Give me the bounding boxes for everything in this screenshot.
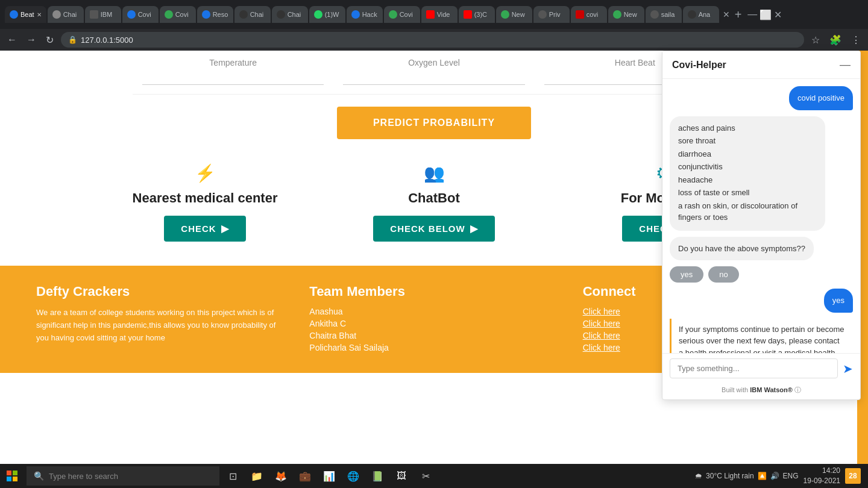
arrow-icon: ▶ — [470, 223, 478, 234]
footer-about: Defty Crackers We are a team of college … — [36, 284, 285, 355]
search-icon: 🔍 — [34, 471, 44, 481]
tab-label: Covi — [175, 11, 191, 18]
no-button[interactable]: no — [708, 266, 738, 283]
url-bar[interactable]: 🔒 127.0.0.1:5000 — [61, 32, 804, 48]
tab-label: (3)C — [474, 11, 490, 18]
explorer-button[interactable]: 📁 — [246, 465, 268, 487]
nav-bar: ← → ↻ 🔒 127.0.0.1:5000 ☆ 🧩 ⋮ — [0, 29, 868, 51]
minimize-button[interactable]: — — [747, 9, 757, 20]
temperature-input[interactable] — [142, 70, 324, 85]
tab-ana[interactable]: Ana — [683, 6, 719, 23]
menu-button[interactable]: ⋮ — [849, 32, 863, 48]
symptom-item: diarrhoea — [678, 148, 817, 160]
people-icon: 👥 — [338, 163, 530, 183]
tab-reso[interactable]: Reso — [197, 6, 233, 23]
lightning-icon: ⚡ — [108, 163, 301, 183]
back-button[interactable]: ← — [5, 32, 19, 48]
weather-icon: 🌧 — [695, 472, 702, 480]
network-icon: 🔼 — [758, 472, 767, 480]
svg-rect-2 — [7, 477, 11, 481]
extensions-button[interactable]: 🧩 — [827, 32, 844, 48]
tab-label: Reso — [213, 11, 228, 18]
footer-member-2: Ankitha C — [309, 319, 558, 328]
notification-badge[interactable]: 28 — [845, 468, 861, 484]
chat-widget: Covi-Helper — covid positive aches and p… — [662, 51, 861, 400]
symptom-item: sore throat — [678, 135, 817, 147]
tab-covi2[interactable]: Covi — [160, 6, 196, 23]
oxygen-input[interactable] — [343, 70, 524, 85]
card-chatbot: 👥 ChatBot CHECK BELOW ▶ — [319, 151, 549, 254]
tab-label: Chai — [63, 11, 79, 18]
teams-button[interactable]: 💼 — [294, 465, 316, 487]
tab-ibm[interactable]: IBM — [85, 6, 121, 23]
tab-label: Covi — [138, 11, 154, 18]
chrome-button[interactable]: 🌐 — [342, 465, 364, 487]
photos-button[interactable]: 🖼 — [391, 465, 412, 487]
oxygen-label: Oxygen Level — [343, 58, 524, 67]
tab-covi1[interactable]: Covi — [122, 6, 159, 23]
check-medical-label: CHECK — [181, 224, 216, 234]
footer-member-3: Chaitra Bhat — [309, 331, 558, 340]
card-medical-center: ⚡ Nearest medical center CHECK ▶ — [90, 151, 319, 254]
tab-3c[interactable]: (3)C — [459, 6, 495, 23]
taskview-button[interactable]: ⊡ — [222, 465, 244, 487]
bookmark-button[interactable]: ☆ — [809, 32, 822, 48]
tab-whatsapp[interactable]: (1)W — [309, 6, 345, 23]
forward-button[interactable]: → — [24, 32, 39, 48]
chat-send-button[interactable]: ➤ — [843, 361, 853, 376]
tab-beat[interactable]: Beat ✕ — [5, 6, 46, 23]
footer-about-title: Defty Crackers — [36, 284, 285, 299]
clock: 14:20 19-09-2021 — [804, 466, 840, 486]
svg-rect-3 — [13, 477, 17, 481]
check-medical-button[interactable]: CHECK ▶ — [164, 216, 245, 242]
tab-covi3[interactable]: Covi — [384, 6, 420, 23]
yes-button[interactable]: yes — [670, 266, 703, 283]
chat-input[interactable] — [670, 358, 838, 378]
url-text: 127.0.0.1:5000 — [81, 36, 133, 45]
tab-label: Chai — [288, 11, 303, 18]
tab-priv[interactable]: Priv — [533, 6, 570, 23]
taskbar: 🔍 Type here to search ⊡ 📁 🦊 💼 📊 🌐 📗 🖼 ✂ … — [0, 464, 868, 488]
chat-message-question: Do you have the above symptoms?? — [670, 237, 814, 261]
close-icon[interactable]: ✕ — [37, 11, 42, 18]
tab-bar: Beat ✕ Chai IBM Covi Covi Reso Chai — [5, 5, 863, 24]
tab-hack[interactable]: Hack — [347, 6, 383, 23]
taskbar-search-box[interactable]: 🔍 Type here to search — [27, 466, 219, 486]
footer-member-4: Policharla Sai Sailaja — [309, 343, 558, 352]
footer-about-text: We are a team of college students workin… — [36, 307, 285, 344]
tab-chai1[interactable]: Chai — [48, 6, 84, 23]
symptom-item: a rash on skin, or discolouration of fin… — [678, 200, 817, 224]
lock-icon: 🔒 — [68, 36, 77, 44]
project-button[interactable]: 📊 — [318, 465, 340, 487]
taskbar-search-placeholder: Type here to search — [49, 472, 118, 481]
excel-button[interactable]: 📗 — [366, 465, 388, 487]
tab-video[interactable]: Vide — [421, 6, 458, 23]
tab-chai2[interactable]: Chai — [234, 6, 271, 23]
system-tray: 🌧 30°C Light rain 🔼 🔊 ENG — [695, 472, 799, 480]
footer-team-title: Team Members — [309, 284, 558, 299]
close-window-icon[interactable]: ✕ — [723, 10, 730, 19]
symptom-item: headache — [678, 174, 817, 186]
symptom-item: loss of taste or smell — [678, 187, 817, 199]
restore-button[interactable]: ⬜ — [760, 9, 772, 20]
firefox-button[interactable]: 🦊 — [270, 465, 292, 487]
tab-label: Chai — [250, 11, 266, 18]
temperature-label: Temperature — [142, 58, 324, 67]
tab-label: Covi — [400, 11, 415, 18]
tab-saila[interactable]: saila — [646, 6, 682, 23]
tab-chai3[interactable]: Chai — [272, 6, 308, 23]
card-chatbot-title: ChatBot — [338, 190, 530, 206]
taskbar-right: 🌧 30°C Light rain 🔼 🔊 ENG 14:20 19-09-20… — [695, 466, 868, 486]
tab-new2[interactable]: New — [608, 6, 644, 23]
snip-button[interactable]: ✂ — [415, 465, 436, 487]
close-browser-button[interactable]: ✕ — [774, 9, 782, 20]
volume-icon: 🔊 — [770, 472, 779, 480]
chat-close-button[interactable]: — — [840, 58, 851, 71]
new-tab-button[interactable]: + — [735, 8, 742, 22]
predict-button[interactable]: PREDICT PROBABILITY — [337, 107, 531, 139]
tab-new1[interactable]: New — [496, 6, 532, 23]
tab-covii[interactable]: covi — [571, 6, 607, 23]
refresh-button[interactable]: ↻ — [43, 32, 56, 48]
start-button[interactable] — [0, 464, 24, 488]
check-below-button[interactable]: CHECK BELOW ▶ — [373, 216, 494, 242]
